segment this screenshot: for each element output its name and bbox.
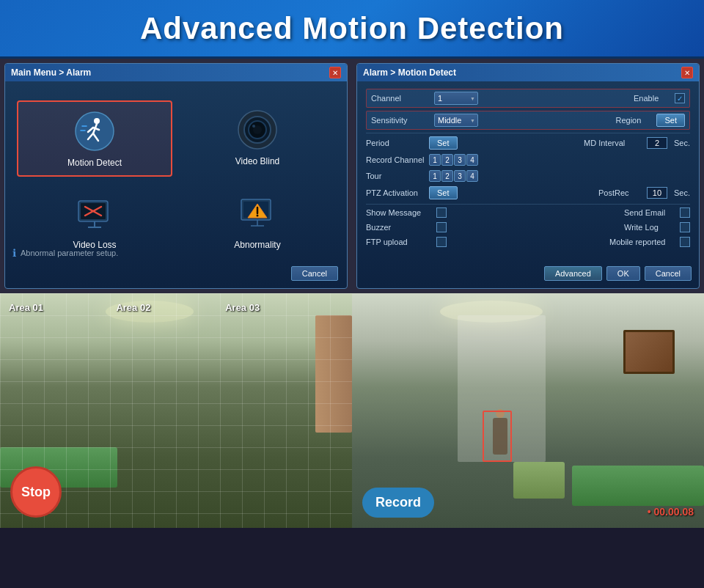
ok-button[interactable]: OK [606, 266, 640, 281]
video-blind-icon-container [235, 108, 279, 152]
period-label: Period [366, 139, 425, 147]
enable-checkbox[interactable]: ✓ [675, 93, 685, 103]
md-interval-label: MD Interval [584, 139, 642, 147]
motion-detect-label: Motion Detect [67, 158, 122, 168]
timestamp: 00.00.08 [648, 506, 694, 518]
left-dialog-info-bar: ℹ Abnormal parameter setup. [12, 247, 340, 259]
stop-badge[interactable]: Stop [10, 466, 62, 518]
tour-num-2[interactable]: 2 [441, 170, 453, 182]
record-channel-label: Record Channel [366, 155, 425, 164]
write-log-label: Write Log [624, 223, 675, 232]
channel-enable-row: Channel 1 Enable ✓ [366, 89, 690, 108]
page-title: Advanced Motion Detection [140, 11, 564, 46]
left-cancel-button[interactable]: Cancel [291, 266, 338, 281]
channel-num-3[interactable]: 3 [454, 154, 466, 166]
info-icon: ℹ [12, 247, 16, 259]
abnormality-icon-container [235, 191, 279, 235]
enable-label: Enable [634, 94, 670, 103]
channel-num-1[interactable]: 1 [429, 154, 441, 166]
region-label: Region [615, 116, 652, 125]
ptz-postrec-row: PTZ Activation Set PostRec Sec. [366, 186, 690, 199]
buzzer-label: Buzzer [366, 223, 432, 232]
camera-view-left: Area 01 Area 02 Area 03 Stop [0, 293, 352, 528]
right-dialog-content: Channel 1 Enable ✓ Sensitivity Middle Re… [357, 81, 699, 259]
area02-label: Area 02 [116, 302, 150, 313]
motion-detect-settings-dialog: Alarm > Motion Detect ✕ Channel 1 Enable… [356, 63, 700, 289]
left-cancel-btn-row: Cancel [291, 266, 338, 281]
chair [513, 462, 565, 499]
tour-num-4[interactable]: 4 [466, 170, 478, 182]
postrec-sec: Sec. [674, 188, 690, 197]
showmessage-sendemail-row: Show Message Send Email [366, 207, 690, 218]
menu-item-abnormality[interactable]: Abnormality [180, 184, 335, 257]
tour-row: Tour 1 2 3 4 [366, 170, 690, 182]
sensitivity-region-row: Sensitivity Middle Region Set [366, 111, 690, 130]
period-set-button[interactable]: Set [429, 136, 458, 150]
tour-channel-nums: 1 2 3 4 [429, 170, 478, 182]
record-channel-nums: 1 2 3 4 [429, 154, 478, 166]
channel-label: Channel [371, 94, 430, 103]
buzzer-writelog-row: Buzzer Write Log [366, 222, 690, 232]
send-email-label: Send Email [624, 208, 675, 217]
md-interval-input[interactable] [647, 137, 667, 149]
video-loss-icon-container [73, 191, 117, 235]
postrec-input[interactable] [647, 187, 667, 199]
abnormality-icon [238, 194, 278, 234]
stop-label: Stop [21, 485, 51, 500]
sensitivity-label: Sensitivity [371, 116, 430, 125]
menu-item-video-blind[interactable]: Video Blind [180, 100, 335, 177]
mobile-label: Mobile reported [609, 238, 675, 246]
postrec-label: PostRec [598, 188, 642, 197]
region-set-button[interactable]: Set [656, 114, 685, 127]
ftp-mobile-row: FTP upload Mobile reported [366, 237, 690, 247]
buzzer-checkbox[interactable] [436, 222, 447, 232]
page-header: Advanced Motion Detection [0, 0, 704, 59]
ptz-set-button[interactable]: Set [429, 186, 458, 199]
left-dialog-content: Motion Detect Video Blind [5, 89, 347, 269]
sensitivity-value: Middle [438, 116, 461, 125]
right-cancel-button[interactable]: Cancel [645, 266, 692, 281]
left-dialog-title: Main Menu > Alarm [11, 67, 91, 78]
ftp-label: FTP upload [366, 238, 432, 246]
send-email-checkbox[interactable] [680, 207, 690, 218]
camera-view-right: Record 00.00.08 [352, 293, 704, 528]
show-message-checkbox[interactable] [436, 207, 447, 218]
tour-num-3[interactable]: 3 [454, 170, 466, 182]
ftp-checkbox[interactable] [436, 237, 447, 247]
menu-item-video-loss[interactable]: Video Loss [17, 184, 172, 257]
right-dialog-titlebar: Alarm > Motion Detect ✕ [357, 64, 699, 81]
video-blind-label: Video Blind [235, 156, 280, 166]
svg-point-13 [252, 125, 255, 128]
channel-num-2[interactable]: 2 [441, 154, 453, 166]
svg-point-26 [256, 214, 258, 216]
period-mdinterval-row: Period Set MD Interval Sec. [366, 136, 690, 150]
mobile-checkbox[interactable] [680, 237, 690, 247]
info-text: Abnormal parameter setup. [21, 249, 118, 257]
channel-select[interactable]: 1 [434, 92, 478, 105]
video-blind-icon [238, 110, 278, 150]
motion-detect-icon-container [73, 109, 117, 153]
right-dialog-title: Alarm > Motion Detect [363, 67, 456, 78]
motion-detect-icon [75, 111, 115, 152]
left-dialog-close-button[interactable]: ✕ [329, 67, 341, 78]
main-menu-alarm-dialog: Main Menu > Alarm ✕ [4, 63, 348, 289]
area03-label: Area 03 [225, 302, 260, 313]
sensitivity-select[interactable]: Middle [434, 114, 478, 127]
wall-art [623, 330, 675, 374]
left-dialog-titlebar: Main Menu > Alarm ✕ [5, 64, 347, 81]
right-dialog-buttons: Advanced OK Cancel [544, 266, 692, 281]
channel-value: 1 [438, 94, 442, 103]
tour-num-1[interactable]: 1 [429, 170, 441, 182]
show-message-label: Show Message [366, 208, 432, 217]
area01-label: Area 01 [9, 302, 43, 313]
sofa-right [572, 466, 704, 506]
write-log-checkbox[interactable] [680, 222, 690, 232]
channel-num-4[interactable]: 4 [466, 154, 478, 166]
ptz-label: PTZ Activation [366, 188, 425, 197]
advanced-button[interactable]: Advanced [544, 266, 602, 281]
tour-label: Tour [366, 172, 425, 180]
right-dialog-close-button[interactable]: ✕ [681, 67, 693, 78]
record-label: Record [375, 495, 421, 510]
menu-item-motion-detect[interactable]: Motion Detect [17, 100, 172, 177]
record-badge[interactable]: Record [362, 488, 434, 518]
